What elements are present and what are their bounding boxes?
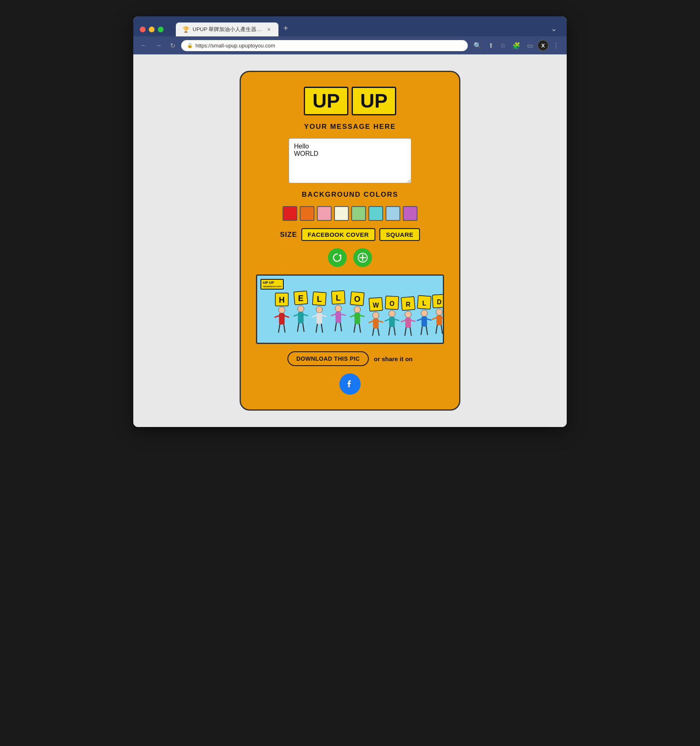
svg-rect-72: [422, 317, 427, 327]
svg-point-63: [405, 311, 411, 318]
url-text: https://small-upup.upuptoyou.com: [195, 43, 275, 49]
svg-rect-8: [279, 313, 285, 325]
color-swatch-pink[interactable]: [317, 206, 332, 221]
svg-point-7: [278, 307, 285, 313]
download-row: DOWNLOAD THIS PIC or share it on: [287, 351, 413, 366]
browser-titlebar: 🏆 UPUP 舉牌加油小人產生器 - Ha... ✕ + ⌄ ← → ↻ 🔒 h…: [133, 16, 567, 54]
facebook-cover-button[interactable]: FACEBOOK COVER: [301, 228, 376, 241]
svg-point-79: [436, 309, 442, 315]
svg-rect-24: [316, 313, 322, 324]
svg-text:L: L: [422, 300, 426, 307]
share-text: or share it on: [374, 355, 413, 362]
svg-text:R: R: [406, 301, 411, 308]
preview-logo: UP UP upuptoyou.com: [260, 279, 284, 290]
color-swatch-orange[interactable]: [300, 206, 314, 221]
tab-title: UPUP 舉牌加油小人產生器 - Ha...: [193, 26, 262, 33]
message-label: YOUR MESSAGE HERE: [304, 123, 396, 131]
bookmark-icon-button[interactable]: ☆: [498, 40, 508, 51]
add-button[interactable]: [353, 248, 372, 267]
toolbar-icons: 🔍 ⬆ ☆ 🧩 ▭ X ⋮: [471, 40, 562, 51]
menu-icon-button[interactable]: ⋮: [550, 40, 562, 51]
svg-rect-48: [373, 319, 379, 329]
color-swatch-green[interactable]: [351, 206, 366, 221]
svg-text:O: O: [354, 294, 360, 303]
traffic-light-close[interactable]: [140, 27, 146, 32]
svg-point-23: [316, 306, 323, 313]
color-swatch-red[interactable]: [283, 206, 297, 221]
search-icon-button[interactable]: 🔍: [471, 40, 484, 51]
add-icon: [357, 252, 368, 263]
color-swatch-lightblue[interactable]: [386, 206, 400, 221]
browser-toolbar: ← → ↻ 🔒 https://small-upup.upuptoyou.com…: [133, 36, 567, 54]
svg-point-15: [298, 306, 304, 312]
traffic-light-minimize[interactable]: [149, 27, 155, 32]
svg-text:W: W: [373, 302, 379, 309]
svg-text:O: O: [390, 300, 395, 307]
color-swatch-teal[interactable]: [368, 206, 383, 221]
extensions-icon-button[interactable]: 🧩: [510, 40, 523, 51]
facebook-icon: [344, 378, 356, 390]
share-icon-button[interactable]: ⬆: [486, 40, 496, 51]
preview-website-text: upuptoyou.com: [263, 285, 281, 288]
refresh-icon: [332, 252, 343, 263]
browser-content: UP UP YOUR MESSAGE HERE Hello WORLD BACK…: [133, 54, 567, 427]
size-label: SIZE: [280, 231, 297, 239]
logo-text-up2: UP: [360, 90, 388, 112]
facebook-share-button[interactable]: [339, 373, 361, 395]
logo-text-up1: UP: [312, 90, 340, 112]
sidebar-icon-button[interactable]: ▭: [525, 40, 536, 51]
svg-rect-32: [335, 312, 341, 323]
preview-logo-text: UP UP: [263, 281, 281, 285]
logo-box-1: UP: [304, 87, 348, 115]
svg-text:L: L: [317, 294, 322, 303]
new-tab-button[interactable]: +: [280, 22, 292, 35]
svg-rect-56: [389, 317, 395, 327]
tabs-row: 🏆 UPUP 舉牌加油小人產生器 - Ha... ✕ + ⌄: [176, 22, 560, 36]
tab-favicon-icon: 🏆: [182, 26, 189, 33]
preview-svg: H E: [257, 274, 443, 343]
svg-rect-64: [405, 318, 411, 328]
logo-container: UP UP: [304, 87, 396, 115]
refresh-button[interactable]: ↻: [168, 40, 178, 51]
svg-point-55: [389, 310, 395, 317]
svg-rect-16: [298, 312, 304, 324]
svg-point-39: [354, 306, 361, 313]
back-button[interactable]: ←: [138, 40, 150, 51]
tab-menu-button[interactable]: ⌄: [547, 22, 560, 35]
svg-text:D: D: [437, 299, 441, 306]
preview-area: UP UP upuptoyou.com H: [256, 274, 444, 344]
svg-marker-0: [339, 254, 342, 256]
color-swatches: [283, 206, 417, 221]
forward-button[interactable]: →: [153, 40, 164, 51]
refresh-generate-button[interactable]: [328, 248, 347, 267]
svg-point-47: [372, 312, 379, 319]
address-bar[interactable]: 🔒 https://small-upup.upuptoyou.com: [181, 40, 468, 51]
svg-point-31: [335, 305, 341, 312]
download-button[interactable]: DOWNLOAD THIS PIC: [287, 351, 369, 366]
traffic-lights: [140, 27, 164, 32]
size-row: SIZE FACEBOOK COVER SQUARE: [280, 228, 420, 241]
tab-close-button[interactable]: ✕: [265, 26, 272, 33]
app-card: UP UP YOUR MESSAGE HERE Hello WORLD BACK…: [240, 71, 460, 411]
active-tab[interactable]: 🏆 UPUP 舉牌加油小人產生器 - Ha... ✕: [176, 22, 278, 36]
action-buttons: [328, 248, 372, 267]
svg-point-71: [421, 310, 428, 317]
color-swatch-purple[interactable]: [403, 206, 417, 221]
message-input[interactable]: Hello WORLD: [289, 138, 411, 183]
svg-rect-80: [436, 315, 442, 326]
logo-box-2: UP: [352, 87, 396, 115]
browser-window: 🏆 UPUP 舉牌加油小人產生器 - Ha... ✕ + ⌄ ← → ↻ 🔒 h…: [133, 16, 567, 427]
color-swatch-beige[interactable]: [334, 206, 349, 221]
svg-text:E: E: [298, 294, 303, 303]
lock-icon: 🔒: [187, 43, 193, 48]
svg-rect-40: [354, 313, 360, 324]
svg-text:L: L: [336, 293, 341, 302]
bg-colors-label: BACKGROUND COLORS: [302, 191, 398, 199]
square-button[interactable]: SQUARE: [379, 228, 420, 241]
profile-avatar[interactable]: X: [537, 40, 549, 51]
svg-text:H: H: [279, 295, 285, 304]
browser-top: 🏆 UPUP 舉牌加油小人產生器 - Ha... ✕ + ⌄: [133, 16, 567, 36]
traffic-light-maximize[interactable]: [158, 27, 164, 32]
